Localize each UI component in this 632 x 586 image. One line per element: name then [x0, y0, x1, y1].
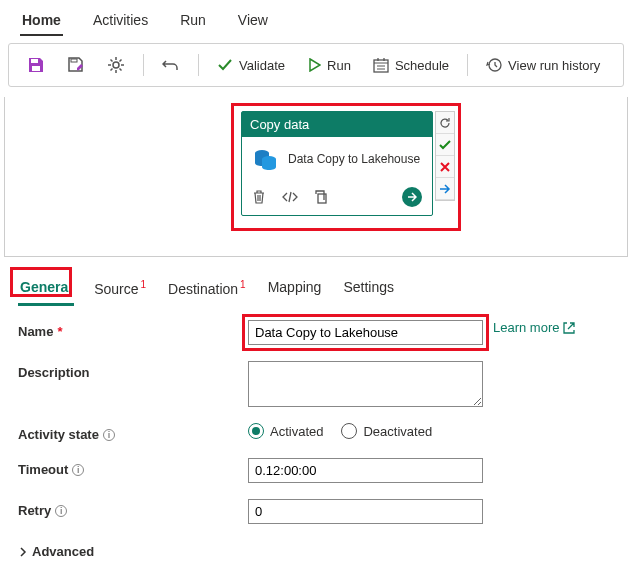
radio-circle-icon	[341, 423, 357, 439]
tab-settings[interactable]: Settings	[341, 273, 396, 306]
info-icon[interactable]: i	[55, 505, 67, 517]
badge-1: 1	[141, 279, 147, 290]
external-link-icon	[563, 322, 575, 334]
pipeline-canvas[interactable]: Copy data Data Copy to Lakehouse	[4, 97, 628, 257]
database-icon	[252, 147, 278, 173]
retry-label: Retry i	[18, 499, 248, 518]
view-history-button[interactable]: View run history	[480, 53, 606, 77]
tab-mapping[interactable]: Mapping	[266, 273, 324, 306]
skip-icon[interactable]	[436, 178, 454, 200]
svg-rect-1	[32, 66, 40, 71]
tab-view[interactable]: View	[236, 6, 270, 36]
learn-more-link[interactable]: Learn more	[493, 320, 575, 335]
save-as-icon	[67, 56, 85, 74]
required-indicator: *	[57, 324, 62, 339]
retry-input[interactable]	[248, 499, 483, 524]
undo-button[interactable]	[156, 52, 186, 78]
save-as-button[interactable]	[61, 52, 91, 78]
success-icon[interactable]	[436, 134, 454, 156]
calendar-icon	[373, 57, 389, 73]
save-icon	[27, 56, 45, 74]
info-icon[interactable]: i	[72, 464, 84, 476]
undo-icon	[162, 56, 180, 74]
activity-state-label: Activity state i	[18, 423, 248, 442]
copy-icon[interactable]	[314, 190, 328, 204]
svg-rect-13	[318, 194, 326, 203]
save-button[interactable]	[21, 52, 51, 78]
svg-point-3	[113, 62, 119, 68]
tab-activities[interactable]: Activities	[91, 6, 150, 36]
info-icon[interactable]: i	[103, 429, 115, 441]
run-button[interactable]: Run	[301, 54, 357, 77]
timeout-input[interactable]	[248, 458, 483, 483]
history-label: View run history	[508, 58, 600, 73]
svg-rect-2	[71, 59, 77, 62]
toolbar-separator	[198, 54, 199, 76]
error-icon[interactable]	[436, 156, 454, 178]
validate-button[interactable]: Validate	[211, 53, 291, 77]
schedule-label: Schedule	[395, 58, 449, 73]
toolbar-separator	[143, 54, 144, 76]
arrow-right-icon	[407, 192, 417, 202]
play-icon	[307, 58, 321, 72]
svg-rect-0	[31, 59, 38, 63]
radio-activated[interactable]: Activated	[248, 423, 323, 439]
tab-source[interactable]: Source1	[92, 273, 148, 306]
description-input[interactable]	[248, 361, 483, 407]
schedule-button[interactable]: Schedule	[367, 53, 455, 77]
description-label: Description	[18, 361, 248, 380]
activity-name: Data Copy to Lakehouse	[288, 152, 420, 168]
activity-status-strip	[435, 111, 455, 201]
activity-body: Data Copy to Lakehouse	[242, 137, 432, 181]
delete-icon[interactable]	[252, 190, 266, 204]
activity-header: Copy data	[242, 112, 432, 137]
history-icon	[486, 57, 502, 73]
tab-general[interactable]: General	[18, 273, 74, 306]
name-label: Name *	[18, 320, 248, 339]
general-form: Name * Learn more Description Activity s…	[0, 306, 632, 577]
tab-home[interactable]: Home	[20, 6, 63, 36]
gear-icon	[107, 56, 125, 74]
property-panel-tabs: General Source1 Destination1 Mapping Set…	[0, 265, 632, 306]
activity-footer	[242, 181, 432, 215]
radio-circle-icon	[248, 423, 264, 439]
tab-destination[interactable]: Destination1	[166, 273, 248, 306]
code-icon[interactable]	[282, 190, 298, 204]
check-icon	[217, 57, 233, 73]
run-activity-button[interactable]	[402, 187, 422, 207]
copy-data-activity[interactable]: Copy data Data Copy to Lakehouse	[241, 111, 433, 216]
validate-label: Validate	[239, 58, 285, 73]
refresh-icon[interactable]	[436, 112, 454, 134]
activity-state-radiogroup: Activated Deactivated	[248, 423, 432, 439]
advanced-toggle[interactable]: Advanced	[18, 540, 614, 563]
settings-button[interactable]	[101, 52, 131, 78]
run-label: Run	[327, 58, 351, 73]
toolbar: Validate Run Schedule View run history	[8, 43, 624, 87]
top-menu-tabs: Home Activities Run View	[0, 0, 632, 37]
radio-deactivated[interactable]: Deactivated	[341, 423, 432, 439]
timeout-label: Timeout i	[18, 458, 248, 477]
chevron-right-icon	[18, 547, 28, 557]
tab-run[interactable]: Run	[178, 6, 208, 36]
name-input[interactable]	[248, 320, 483, 345]
toolbar-separator	[467, 54, 468, 76]
badge-1: 1	[240, 279, 246, 290]
